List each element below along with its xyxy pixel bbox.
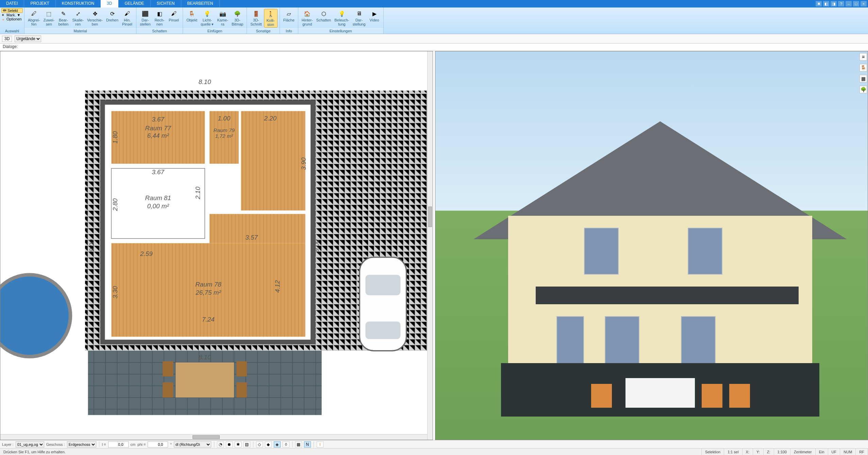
abgreifen-button[interactable]: 🖊Abgrei- fen [27, 9, 41, 27]
tool-icon-2[interactable]: ◧ [823, 1, 829, 6]
layers-icon[interactable]: ≡ [859, 53, 867, 61]
skalieren-icon: ⤢ [73, 10, 83, 18]
selekt-button[interactable]: ⭅Selekt [1, 8, 23, 13]
drehen-button[interactable]: ⟳Drehen [105, 9, 120, 23]
rechnen-button[interactable]: ◧Rech- nen [153, 9, 166, 27]
geschoss-select[interactable]: Erdgeschoss [67, 441, 96, 448]
3dbitmap-icon: 🌳 [233, 10, 242, 18]
furniture-icon[interactable]: 🪑 [859, 64, 867, 71]
kamera-button[interactable]: 📷Kame- ra [216, 9, 229, 27]
scrollbar-horizontal[interactable] [0, 434, 427, 440]
group-label: Material [24, 28, 136, 34]
phi-unit: ° [170, 442, 171, 446]
svg-rect-16 [365, 322, 400, 339]
layer-label: Layer : [2, 442, 14, 446]
svg-text:2.10: 2.10 [194, 186, 201, 199]
group-label: Schatten [136, 28, 183, 34]
l-unit: cm [131, 442, 136, 446]
mode-select[interactable]: dl (Richtung/Di [174, 441, 211, 448]
close-icon[interactable]: × [861, 1, 867, 6]
lichtquelle-button[interactable]: 💡Licht- quelle ▾ [199, 9, 215, 27]
video-button[interactable]: ▶Video [368, 9, 381, 23]
north-icon[interactable]: N [304, 441, 311, 448]
share-icon[interactable]: ✱ [235, 441, 241, 448]
snap2-icon[interactable]: ◆ [265, 441, 272, 448]
kollision-button[interactable]: 🚶Kolli- sion [264, 9, 278, 28]
svg-text:7.24: 7.24 [202, 316, 215, 323]
view-3d[interactable] [435, 51, 868, 440]
record-icon[interactable]: ⏺ [226, 441, 233, 448]
video-label: Video [370, 18, 379, 22]
hintergrund-button[interactable]: 🏠Hinter- grund [300, 9, 314, 27]
darstellen-button[interactable]: ⬛Dar- stellen [138, 9, 152, 27]
phi-input[interactable] [148, 441, 168, 448]
drehen-label: Drehen [106, 18, 118, 22]
bottom-toolbar: Layer : 01_ug,eg,og Geschoss : Erdgescho… [0, 440, 868, 448]
tab-bearbeiten[interactable]: BEARBEITEN [181, 0, 220, 7]
ribbon-group-info: ▱FlächeInfo [280, 7, 298, 34]
ribbon: ⭅Selekt ✶Mark. ▼ ＋Optionen Auswahl 🖊Abgr… [0, 7, 868, 34]
svg-text:Raum 77: Raum 77 [145, 125, 171, 132]
layer-select[interactable]: 01_ug,eg,og [16, 441, 44, 448]
hintergrund-icon: 🏠 [302, 10, 312, 18]
beleuchtung-label: Beleuch- tung [334, 18, 349, 26]
group-label: Sonstige [247, 28, 280, 34]
geschoss-label: Geschoss : [46, 442, 65, 446]
3dschnitt-button[interactable]: 🚪3D- Schnitt [249, 9, 263, 27]
maximize-icon[interactable]: □ [853, 1, 859, 6]
flaeche-button[interactable]: ▱Fläche [282, 9, 296, 23]
materials-icon[interactable]: ▦ [859, 75, 867, 82]
svg-text:Raum 79: Raum 79 [214, 127, 235, 133]
plants-icon[interactable]: 🌳 [859, 86, 867, 93]
tab-sichten[interactable]: SICHTEN [151, 0, 181, 7]
optionen-button[interactable]: ＋Optionen [1, 17, 23, 21]
minimize-icon[interactable]: – [846, 1, 852, 6]
beleuchtung-button[interactable]: 💡Beleuch- tung [333, 9, 350, 27]
darstellung-button[interactable]: 🖥Dar- stellung [351, 9, 367, 27]
kamera-label: Kame- ra [217, 18, 228, 26]
svg-text:3.30: 3.30 [112, 286, 119, 298]
terrain-select[interactable]: Urgelände [15, 35, 41, 42]
lichtquelle-label: Licht- quelle ▾ [201, 18, 214, 26]
bearbeiten-button[interactable]: ✎Bear- beiten [56, 9, 70, 27]
mark-button[interactable]: ✶Mark. ▼ [1, 13, 23, 17]
objekt-button[interactable]: 🪑Objekt [185, 9, 199, 23]
grid-icon[interactable]: ▦ [295, 441, 302, 448]
zuweisen-button[interactable]: ⬚Zuwei- sen [42, 9, 56, 27]
l-input[interactable] [108, 441, 129, 448]
kollision-label: Kolli- sion [267, 19, 275, 27]
floorplan-svg: 8.10 9.00 9.00 8.10 3.67 Raum 77 6,44 m²… [0, 51, 433, 440]
status-ein: Ein [816, 449, 828, 455]
help-icon[interactable]: ? [838, 1, 844, 6]
status-bar: Drücken Sie F1, um Hilfe zu erhalten. Se… [0, 448, 868, 455]
tab-projekt[interactable]: PROJEKT [24, 0, 55, 7]
svg-rect-13 [236, 382, 247, 397]
tab-gelaende[interactable]: GELÄNDE [118, 0, 150, 7]
stack-icon[interactable]: ▧ [244, 441, 250, 448]
3dbitmap-button[interactable]: 🌳3D- Bitmap [230, 9, 245, 27]
snap4-icon[interactable]: ◊ [283, 441, 289, 448]
hinpinsel-button[interactable]: 🖌Hin. Pinsel [120, 9, 134, 27]
tab-konstruktion[interactable]: KONSTRUKTION [56, 0, 101, 7]
status-help: Drücken Sie F1, um Hilfe zu erhalten. [0, 449, 702, 455]
tab-3d[interactable]: 3D [101, 0, 118, 7]
view-2d-floorplan[interactable]: 8.10 9.00 9.00 8.10 3.67 Raum 77 6,44 m²… [0, 51, 433, 440]
dialoge-bar: Dialoge: [0, 44, 868, 51]
svg-rect-10 [163, 361, 173, 377]
lichtquelle-icon: 💡 [202, 10, 212, 18]
pinsel-button[interactable]: 🖌Pinsel [167, 9, 181, 23]
clock-icon[interactable]: ◔ [217, 441, 224, 448]
info-icon[interactable]: i [317, 441, 323, 448]
beleuchtung-icon: 💡 [337, 10, 347, 18]
status-y: Y: [753, 449, 764, 455]
snap1-icon[interactable]: ◇ [256, 441, 263, 448]
schatten-button[interactable]: ⬡Schatten [315, 9, 332, 23]
tool-icon-1[interactable]: ✖ [816, 1, 822, 6]
snap3-icon[interactable]: ◈ [274, 441, 281, 448]
scrollbar-vertical[interactable] [427, 51, 433, 440]
svg-rect-12 [236, 361, 247, 377]
tab-datei[interactable]: DATEI [0, 0, 24, 7]
tool-icon-3[interactable]: ◨ [831, 1, 837, 6]
skalieren-button[interactable]: ⤢Skalie- ren [71, 9, 85, 27]
verschieben-button[interactable]: ✥Verschie- ben [86, 9, 104, 27]
